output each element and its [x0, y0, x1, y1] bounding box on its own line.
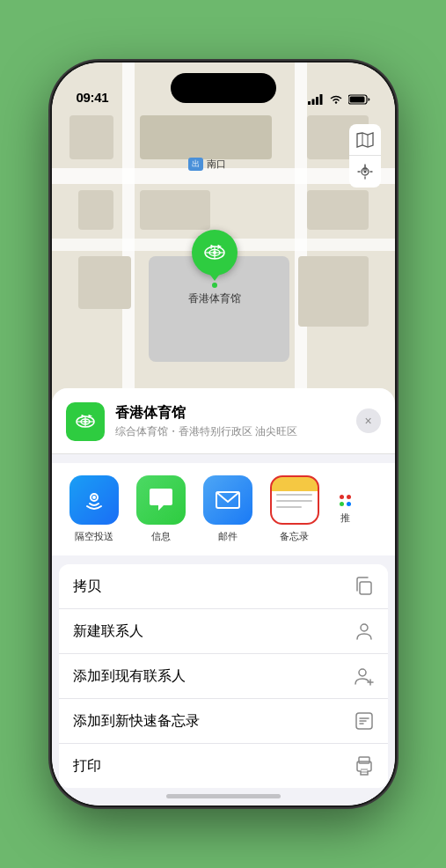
- notes-lines: [276, 494, 313, 508]
- action-new-contact[interactable]: 新建联系人: [59, 609, 388, 654]
- svg-rect-0: [308, 101, 311, 105]
- map-block: [78, 190, 113, 230]
- close-button[interactable]: ×: [356, 408, 381, 433]
- svg-point-10: [213, 251, 216, 254]
- mail-icon: [203, 475, 252, 525]
- more-dot-row2: [340, 502, 351, 506]
- close-icon: ×: [364, 415, 371, 427]
- svg-rect-31: [360, 582, 371, 594]
- quick-note-label: 添加到新快速备忘录: [73, 712, 200, 731]
- messages-svg: [148, 488, 174, 512]
- mail-svg: [215, 489, 241, 511]
- map-block: [140, 115, 272, 159]
- map-block: [78, 256, 131, 309]
- phone-frame: 09:41: [52, 63, 395, 805]
- location-name: 香港体育馆: [115, 404, 381, 423]
- pin-circle: [192, 230, 238, 276]
- map-type-button[interactable]: [349, 124, 381, 156]
- map-block: [69, 115, 113, 159]
- note-line: [276, 494, 313, 496]
- new-contact-label: 新建联系人: [73, 622, 143, 641]
- map-area[interactable]: 出 南口: [52, 63, 395, 432]
- location-app-icon: [66, 402, 105, 441]
- more-dots-container: [340, 495, 351, 506]
- note-add-icon: [355, 711, 374, 731]
- notes-icon: [270, 475, 319, 525]
- action-add-existing[interactable]: 添加到现有联系人: [59, 654, 388, 699]
- share-item-more[interactable]: 推: [333, 495, 358, 525]
- location-subtitle: 综合体育馆・香港特别行政区 油尖旺区: [115, 424, 381, 439]
- map-south-entrance: 出 南口: [188, 158, 226, 171]
- svg-rect-40: [359, 757, 369, 763]
- mail-label: 邮件: [218, 530, 238, 543]
- person-icon: [355, 622, 374, 641]
- svg-rect-5: [349, 97, 364, 103]
- dynamic-island: [171, 73, 276, 103]
- svg-point-23: [84, 420, 87, 423]
- print-icon: [355, 756, 374, 776]
- svg-rect-3: [319, 94, 322, 105]
- messages-label: 信息: [151, 530, 171, 543]
- map-block: [307, 190, 369, 230]
- action-copy[interactable]: 拷贝: [59, 564, 388, 609]
- map-block: [298, 256, 369, 327]
- svg-point-29: [92, 496, 96, 499]
- stadium-icon: [202, 240, 227, 265]
- svg-point-32: [361, 624, 368, 631]
- map-type-icon: [356, 132, 374, 148]
- action-list: 拷贝 新建联系人 添加到现有联系人: [59, 564, 388, 788]
- signal-icon: [308, 94, 324, 105]
- share-item-messages[interactable]: 信息: [133, 475, 189, 543]
- status-icons: [308, 94, 370, 105]
- more-label: 推: [340, 511, 350, 525]
- location-icon: [357, 164, 373, 180]
- status-time: 09:41: [77, 90, 109, 105]
- add-existing-label: 添加到现有联系人: [73, 667, 186, 686]
- entrance-label: 南口: [207, 158, 226, 171]
- person-add-icon: [355, 666, 374, 686]
- svg-rect-1: [311, 99, 314, 106]
- stadium-header-icon: [74, 410, 97, 433]
- wifi-icon: [329, 94, 343, 105]
- more-dot-row1: [340, 495, 351, 499]
- location-button[interactable]: [349, 156, 381, 188]
- stadium-pin[interactable]: 香港体育馆: [188, 230, 241, 306]
- dot-red2: [347, 495, 351, 499]
- print-label: 打印: [73, 757, 101, 776]
- notes-label: 备忘录: [280, 530, 309, 543]
- dot-red: [340, 495, 344, 499]
- phone-screen: 09:41: [52, 63, 395, 805]
- battery-icon: [348, 94, 370, 105]
- svg-point-18: [363, 171, 366, 173]
- action-quick-note[interactable]: 添加到新快速备忘录: [59, 699, 388, 744]
- share-item-notes[interactable]: 备忘录: [267, 475, 323, 543]
- svg-marker-12: [211, 245, 215, 248]
- messages-icon: [136, 475, 186, 525]
- map-controls: [349, 124, 381, 188]
- note-line: [276, 506, 302, 508]
- airdrop-svg: [81, 487, 107, 513]
- map-block: [140, 190, 210, 230]
- share-actions-row: 隔空投送 信息: [52, 463, 395, 555]
- entrance-tag: 出: [188, 158, 203, 171]
- copy-label: 拷贝: [73, 577, 101, 596]
- share-item-airdrop[interactable]: 隔空投送: [66, 475, 122, 543]
- copy-icon: [355, 577, 374, 596]
- action-print[interactable]: 打印: [59, 744, 388, 788]
- dot-blue: [347, 502, 351, 506]
- svg-point-33: [359, 669, 366, 676]
- pin-dot: [212, 283, 217, 288]
- share-item-mail[interactable]: 邮件: [200, 475, 256, 543]
- location-info: 香港体育馆 综合体育馆・香港特别行政区 油尖旺区: [115, 404, 381, 439]
- pin-label: 香港体育馆: [188, 291, 241, 306]
- note-line: [276, 500, 313, 502]
- location-header: 香港体育馆 综合体育馆・香港特别行政区 油尖旺区 ×: [52, 388, 395, 454]
- airdrop-label: 隔空投送: [75, 530, 113, 543]
- bottom-sheet: 香港体育馆 综合体育馆・香港特别行政区 油尖旺区 ×: [52, 388, 395, 805]
- home-indicator: [166, 794, 281, 798]
- svg-rect-2: [316, 97, 318, 105]
- dot-green: [340, 502, 344, 506]
- airdrop-icon: [69, 475, 119, 525]
